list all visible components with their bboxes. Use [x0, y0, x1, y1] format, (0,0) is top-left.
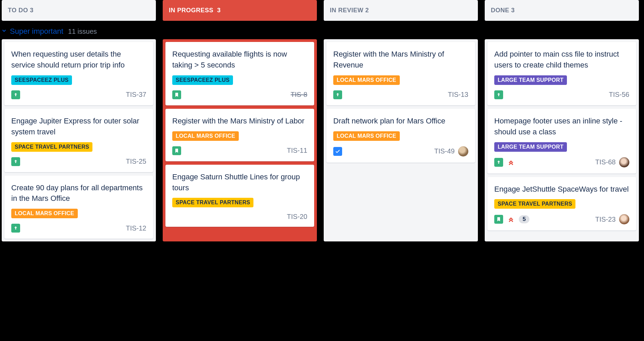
- task-icon: [333, 147, 342, 156]
- card-title: Engage Jupiter Express for outer solar s…: [11, 116, 146, 137]
- column-count: 3: [511, 7, 515, 14]
- issue-card[interactable]: Requesting available flights is now taki…: [165, 42, 314, 105]
- story-up-icon: [494, 90, 503, 99]
- column-header-todo[interactable]: TO DO 3: [2, 0, 156, 21]
- issue-card[interactable]: Engage Jupiter Express for outer solar s…: [4, 109, 153, 172]
- assignee-avatar[interactable]: [458, 146, 468, 157]
- column-title: DONE: [491, 7, 509, 14]
- issue-card[interactable]: Homepage footer uses an inline style - s…: [487, 109, 636, 174]
- column-header-done[interactable]: DONE 3: [485, 0, 639, 21]
- chevron-down-icon: [1, 28, 7, 35]
- issue-key: TIS-20: [287, 213, 307, 221]
- issue-key: TIS-12: [126, 224, 146, 232]
- column-title: IN PROGRESS: [169, 7, 214, 14]
- column-body-inreview[interactable]: Register with the Mars Ministry of Reven…: [324, 39, 478, 241]
- column-headers-row: TO DO 3 IN PROGRESS 3 IN REVIEW 2 DONE 3: [0, 0, 644, 21]
- epic-tag[interactable]: SPACE TRAVEL PARTNERS: [11, 142, 92, 152]
- card-title: Draft network plan for Mars Office: [333, 116, 468, 127]
- column-header-inprogress[interactable]: IN PROGRESS 3: [163, 0, 317, 21]
- priority-highest-icon: [507, 158, 515, 167]
- column-header-inreview[interactable]: IN REVIEW 2: [324, 0, 478, 21]
- story-icon: [494, 215, 503, 224]
- swimlane-issue-count: 11 issues: [68, 28, 97, 35]
- story-up-icon: [11, 157, 20, 166]
- card-title: Engage JetShuttle SpaceWays for travel: [494, 184, 629, 195]
- assignee-avatar[interactable]: [619, 157, 629, 167]
- column-title: IN REVIEW: [330, 7, 364, 14]
- issue-card[interactable]: Engage Saturn Shuttle Lines for group to…: [165, 165, 314, 227]
- story-up-icon: [11, 90, 20, 99]
- epic-tag[interactable]: LOCAL MARS OFFICE: [11, 209, 78, 218]
- story-up-icon: [333, 90, 342, 99]
- epic-tag[interactable]: LARGE TEAM SUPPORT: [494, 75, 567, 85]
- issue-card[interactable]: Engage JetShuttle SpaceWays for travel S…: [487, 177, 636, 231]
- column-count: 3: [30, 7, 34, 14]
- epic-tag[interactable]: SEESPACEEZ PLUS: [172, 75, 233, 85]
- card-title: Register with the Mars Ministry of Labor: [172, 116, 307, 127]
- issue-key: TIS-56: [609, 91, 629, 99]
- column-count: 2: [365, 7, 369, 14]
- issue-card[interactable]: Register with the Mars Ministry of Reven…: [326, 42, 475, 105]
- card-title: Homepage footer uses an inline style - s…: [494, 116, 629, 137]
- column-body-todo[interactable]: When requesting user details the service…: [2, 39, 156, 241]
- card-title: Engage Saturn Shuttle Lines for group to…: [172, 172, 307, 193]
- issue-card[interactable]: Create 90 day plans for all departments …: [4, 176, 153, 239]
- epic-tag[interactable]: SPACE TRAVEL PARTNERS: [172, 198, 253, 207]
- assignee-avatar[interactable]: [619, 214, 629, 224]
- swimlane-title: Super important: [10, 27, 63, 36]
- epic-tag[interactable]: SPACE TRAVEL PARTNERS: [494, 199, 575, 209]
- card-title: Register with the Mars Ministry of Reven…: [333, 49, 468, 71]
- column-title: TO DO: [8, 7, 28, 14]
- priority-highest-icon: [507, 215, 515, 224]
- story-icon: [172, 90, 181, 99]
- card-title: Requesting available flights is now taki…: [172, 49, 307, 71]
- story-up-icon: [11, 224, 20, 233]
- issue-key: TIS-37: [126, 91, 146, 99]
- column-count: 3: [217, 7, 221, 14]
- column-body-inprogress[interactable]: Requesting available flights is now taki…: [163, 39, 317, 241]
- epic-tag[interactable]: LOCAL MARS OFFICE: [333, 75, 400, 85]
- issue-key: TIS-8: [291, 91, 307, 99]
- issue-key: TIS-49: [434, 147, 455, 155]
- card-title: Add pointer to main css file to instruct…: [494, 49, 629, 71]
- issue-card[interactable]: Add pointer to main css file to instruct…: [487, 42, 636, 105]
- swimlane-header[interactable]: Super important 11 issues: [0, 21, 644, 39]
- issue-key: TIS-11: [287, 147, 307, 154]
- story-points-badge: 5: [519, 215, 529, 223]
- story-icon: [172, 146, 181, 155]
- board-content: When requesting user details the service…: [0, 39, 644, 241]
- issue-card[interactable]: Draft network plan for Mars Office LOCAL…: [326, 109, 475, 163]
- column-body-done[interactable]: Add pointer to main css file to instruct…: [485, 39, 639, 241]
- issue-key: TIS-25: [126, 158, 146, 165]
- issue-card[interactable]: Register with the Mars Ministry of Labor…: [165, 109, 314, 161]
- epic-tag[interactable]: SEESPACEEZ PLUS: [11, 75, 72, 85]
- issue-key: TIS-23: [595, 216, 616, 223]
- epic-tag[interactable]: LARGE TEAM SUPPORT: [494, 142, 567, 152]
- issue-key: TIS-68: [595, 158, 616, 166]
- epic-tag[interactable]: LOCAL MARS OFFICE: [333, 131, 400, 141]
- epic-tag[interactable]: LOCAL MARS OFFICE: [172, 131, 239, 141]
- issue-card[interactable]: When requesting user details the service…: [4, 42, 153, 105]
- card-title: When requesting user details the service…: [11, 49, 146, 71]
- issue-key: TIS-13: [448, 91, 468, 99]
- card-title: Create 90 day plans for all departments …: [11, 182, 146, 204]
- story-up-icon: [494, 158, 503, 167]
